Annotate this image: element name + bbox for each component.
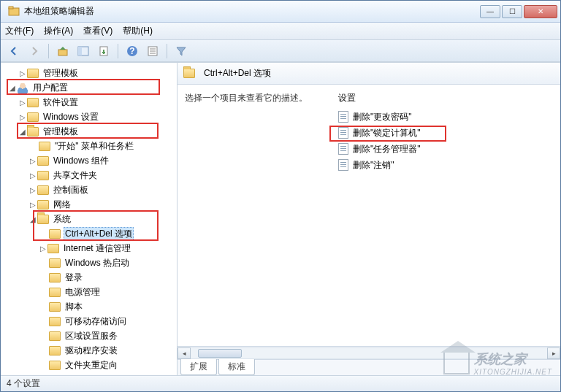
- tree-label: 软件设置: [42, 96, 80, 109]
- user-icon: [17, 82, 28, 93]
- folder-icon: [37, 171, 49, 180]
- svg-text:?: ?: [129, 46, 134, 56]
- tree-item[interactable]: 登录: [1, 270, 177, 285]
- collapse-icon[interactable]: ◢: [18, 128, 27, 136]
- forward-button[interactable]: [26, 42, 43, 60]
- tree-item[interactable]: "开始" 菜单和任务栏: [1, 139, 177, 153]
- tree-item-user-config[interactable]: ◢用户配置: [1, 80, 177, 95]
- main-window: 本地组策略编辑器 — ☐ ✕ 文件(F) 操作(A) 查看(V) 帮助(H) ?…: [0, 0, 561, 392]
- tree-item[interactable]: 文件夹重定向: [1, 358, 177, 372]
- close-button[interactable]: ✕: [524, 5, 557, 18]
- tree-item[interactable]: ▷管理模板: [1, 66, 177, 80]
- export-button[interactable]: [95, 42, 112, 60]
- tree-item-admin-templates[interactable]: ◢管理模板: [1, 124, 177, 139]
- details-header: Ctrl+Alt+Del 选项: [178, 63, 560, 85]
- tree-item[interactable]: ▷共享文件夹: [1, 168, 177, 182]
- policy-icon: [338, 143, 348, 155]
- folder-icon: [49, 317, 61, 326]
- scroll-left-button[interactable]: ◂: [178, 347, 191, 359]
- scroll-right-button[interactable]: ▸: [547, 347, 560, 359]
- tree-label: 控制面板: [52, 184, 90, 196]
- help-button[interactable]: ?: [123, 42, 141, 60]
- tree-label: 区域设置服务: [64, 330, 119, 342]
- tree-label: 系统: [52, 213, 72, 226]
- expand-icon[interactable]: ▷: [18, 69, 27, 77]
- folder-icon: [49, 346, 61, 356]
- tree-label: 可移动存储访问: [64, 315, 128, 328]
- titlebar[interactable]: 本地组策略编辑器 — ☐ ✕: [1, 1, 560, 23]
- tree-label: 脚本: [64, 301, 84, 313]
- tree-item[interactable]: ▷Internet 通信管理: [1, 241, 177, 255]
- expand-icon[interactable]: ▷: [18, 113, 27, 121]
- expand-icon[interactable]: ▷: [18, 99, 27, 107]
- horizontal-scrollbar[interactable]: ◂ ▸: [178, 346, 560, 359]
- folder-open-icon: [27, 127, 39, 137]
- menu-view[interactable]: 查看(V): [83, 25, 112, 37]
- folder-icon: [27, 112, 39, 122]
- menu-help[interactable]: 帮助(H): [123, 25, 153, 37]
- folder-icon: [37, 200, 49, 210]
- scroll-track[interactable]: [191, 347, 547, 359]
- folder-icon: [39, 142, 50, 151]
- folder-icon: [49, 258, 61, 268]
- tree-label: 电源管理: [64, 286, 102, 299]
- collapse-icon[interactable]: ◢: [28, 215, 37, 223]
- expand-icon[interactable]: ▷: [28, 157, 37, 165]
- folder-icon: [27, 98, 39, 107]
- toolbar-separator: [118, 44, 118, 58]
- tabs-bar: 扩展 标准: [178, 359, 560, 375]
- scroll-thumb[interactable]: [198, 349, 242, 358]
- svg-rect-1: [9, 7, 13, 9]
- setting-item[interactable]: 删除"更改密码": [338, 109, 553, 125]
- expand-icon[interactable]: ▷: [28, 201, 37, 209]
- details-body: 选择一个项目来查看它的描述。 设置 删除"更改密码" 删除"锁定计算机" 删除"…: [178, 85, 560, 346]
- tree-label: 登录: [64, 272, 84, 284]
- up-button[interactable]: [54, 42, 72, 60]
- folder-open-icon: [37, 215, 49, 224]
- settings-header: 设置: [338, 92, 553, 104]
- tree-item[interactable]: ▷Windows 组件: [1, 153, 177, 168]
- tree-item[interactable]: 驱动程序安装: [1, 343, 177, 358]
- tree-item[interactable]: Windows 热启动: [1, 255, 177, 270]
- tree-item[interactable]: 电源管理: [1, 285, 177, 299]
- tree-item[interactable]: ▷控制面板: [1, 182, 177, 197]
- tree-item[interactable]: ▷软件设置: [1, 95, 177, 109]
- tree-item-system[interactable]: ◢系统: [1, 212, 177, 226]
- tree-item[interactable]: 区域设置服务: [1, 328, 177, 343]
- tree-item[interactable]: ▷网络: [1, 197, 177, 212]
- toolbar-separator: [48, 44, 49, 58]
- collapse-icon[interactable]: ◢: [8, 84, 17, 92]
- folder-icon: [49, 273, 61, 283]
- menu-action[interactable]: 操作(A): [44, 25, 73, 37]
- tab-extended[interactable]: 扩展: [180, 359, 217, 375]
- properties-button[interactable]: [144, 42, 161, 60]
- menubar: 文件(F) 操作(A) 查看(V) 帮助(H): [1, 23, 560, 40]
- content-area: ▷管理模板 ◢用户配置 ▷软件设置 ▷Windows 设置 ◢管理模板 "开始"…: [1, 62, 560, 375]
- tree-item-ctrlaltdel[interactable]: Ctrl+Alt+Del 选项: [1, 226, 177, 241]
- expand-icon[interactable]: ▷: [28, 186, 37, 194]
- expand-icon[interactable]: ▷: [28, 172, 37, 180]
- tree-item[interactable]: 脚本: [1, 299, 177, 314]
- folder-icon: [49, 331, 61, 341]
- policy-icon: [338, 159, 348, 171]
- show-hide-tree-button[interactable]: [75, 42, 92, 60]
- status-text: 4 个设置: [7, 377, 40, 390]
- setting-item-task-manager[interactable]: 删除"任务管理器": [338, 141, 553, 157]
- folder-icon: [49, 302, 61, 312]
- tab-standard[interactable]: 标准: [218, 359, 255, 375]
- tree-panel[interactable]: ▷管理模板 ◢用户配置 ▷软件设置 ▷Windows 设置 ◢管理模板 "开始"…: [1, 63, 178, 375]
- filter-button[interactable]: [172, 42, 190, 60]
- menu-file[interactable]: 文件(F): [5, 25, 34, 37]
- maximize-button[interactable]: ☐: [502, 5, 522, 18]
- minimize-button[interactable]: —: [480, 5, 500, 18]
- tree-label: Windows 设置: [42, 111, 100, 123]
- back-button[interactable]: [5, 42, 23, 60]
- tree-item[interactable]: 可移动存储访问: [1, 314, 177, 328]
- tree-label: Windows 热启动: [64, 257, 131, 269]
- tree-label: 网络: [52, 199, 72, 211]
- tree-item[interactable]: ▷Windows 设置: [1, 109, 177, 124]
- setting-item[interactable]: 删除"注销": [338, 157, 553, 173]
- expand-icon[interactable]: ▷: [39, 245, 47, 253]
- policy-icon: [338, 127, 348, 139]
- tree-label: 文件夹重定向: [64, 359, 119, 372]
